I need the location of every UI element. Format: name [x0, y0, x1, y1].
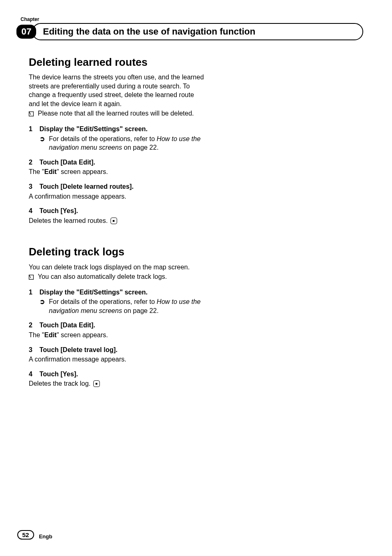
section2-note-text: You can also automatically delete track … — [38, 272, 205, 281]
section1-note: Please note that all the learned routes … — [29, 109, 205, 119]
section1-note-text: Please note that all the learned routes … — [38, 109, 205, 118]
header-title-wrap: Editing the data on the use of navigatio… — [32, 23, 363, 40]
section2-step1: 1Display the "Edit/Settings" screen. ➲ F… — [29, 288, 205, 315]
step-title: Touch [Data Edit]. — [39, 159, 95, 166]
section2-step4: 4Touch [Yes]. Deletes the track log. ■ — [29, 370, 205, 388]
section2-intro: You can delete track logs displayed on t… — [29, 263, 205, 272]
note-icon — [29, 110, 34, 119]
section1-step1: 1Display the "Edit/Settings" screen. ➲ F… — [29, 125, 205, 152]
step-body-post: " screen appears. — [57, 331, 108, 338]
section1-step4: 4Touch [Yes]. Deletes the learned routes… — [29, 206, 205, 225]
section1-intro: The device learns the streets you often … — [29, 73, 205, 108]
page: Chapter 07 Editing the data on the use o… — [0, 0, 392, 556]
step-number: 3 — [29, 182, 39, 191]
footer: 52 Engb — [17, 530, 52, 540]
header-bar: 07 Editing the data on the use of naviga… — [16, 23, 363, 40]
step-title: Display the "Edit/Settings" screen. — [39, 125, 148, 132]
section2-step2-body: The "Edit" screen appears. — [29, 331, 205, 340]
note-icon — [29, 273, 34, 282]
ref-lead: For details of the operations, refer to — [49, 298, 157, 305]
step-body-post: " screen appears. — [57, 168, 108, 175]
chapter-number-badge: 07 — [16, 25, 36, 39]
step-title: Touch [Yes]. — [39, 207, 78, 214]
section1-step2-body: The "Edit" screen appears. — [29, 167, 205, 176]
ref-tail: on page 22. — [122, 307, 159, 314]
section-title-track-logs: Deleting track logs — [29, 245, 205, 259]
section1-step4-body: Deletes the learned routes. ■ — [29, 216, 205, 225]
step-title: Touch [Yes]. — [39, 371, 78, 378]
lang-code: Engb — [39, 533, 53, 540]
step-number: 2 — [29, 158, 39, 167]
section1-step1-ref: ➲ For details of the operations, refer t… — [39, 134, 205, 152]
step-title: Display the "Edit/Settings" screen. — [39, 289, 148, 296]
step-number: 3 — [29, 345, 39, 354]
step-number: 2 — [29, 321, 39, 330]
step-title: Touch [Delete travel log]. — [39, 346, 118, 353]
step-number: 4 — [29, 370, 39, 379]
step-body-text: Deletes the track log. — [29, 380, 90, 387]
step-number: 1 — [29, 125, 39, 134]
section2-step3-body: A confirmation message appears. — [29, 355, 205, 364]
reference-icon: ➲ — [39, 297, 45, 306]
page-number: 52 — [17, 530, 34, 540]
step-title: Touch [Delete learned routes]. — [39, 183, 134, 190]
step-body-pre: The " — [29, 168, 44, 175]
step-body-pre: The " — [29, 331, 44, 338]
ref-lead: For details of the operations, refer to — [49, 135, 157, 142]
step-number: 4 — [29, 206, 39, 215]
section1-step2: 2Touch [Data Edit]. The "Edit" screen ap… — [29, 158, 205, 176]
section-title-learned-routes: Deleting learned routes — [29, 55, 205, 70]
section1-step3-body: A confirmation message appears. — [29, 192, 205, 201]
section2-note: You can also automatically delete track … — [29, 272, 205, 282]
step-body-bold: Edit — [44, 331, 57, 338]
section2-step1-ref: ➲ For details of the operations, refer t… — [39, 297, 205, 315]
section2-step4-body: Deletes the track log. ■ — [29, 379, 205, 388]
end-section-icon: ■ — [111, 218, 117, 224]
section2-step2: 2Touch [Data Edit]. The "Edit" screen ap… — [29, 321, 205, 339]
step-body-text: Deletes the learned routes. — [29, 217, 108, 224]
step-number: 1 — [29, 288, 39, 297]
chapter-label: Chapter — [21, 16, 363, 22]
reference-icon: ➲ — [39, 134, 45, 144]
chapter-title: Editing the data on the use of navigatio… — [43, 26, 255, 37]
content-column: Deleting learned routes The device learn… — [29, 55, 205, 388]
step-body-bold: Edit — [44, 168, 57, 175]
end-section-icon: ■ — [93, 380, 100, 387]
step-title: Touch [Data Edit]. — [39, 322, 95, 329]
section2-step3: 3Touch [Delete travel log]. A confirmati… — [29, 345, 205, 364]
ref-tail: on page 22. — [122, 144, 159, 151]
section1-step3: 3Touch [Delete learned routes]. A confir… — [29, 182, 205, 201]
